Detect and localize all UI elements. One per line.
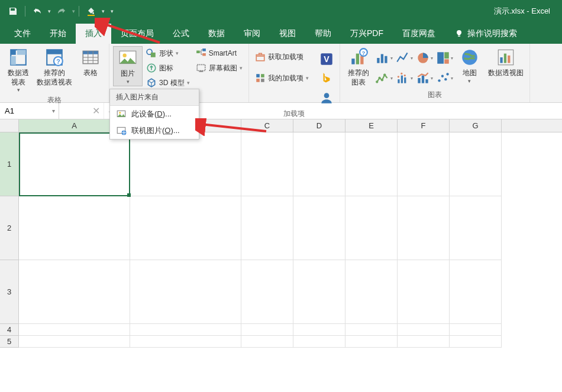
line-chart-button[interactable]: ▾ xyxy=(395,48,414,67)
cell[interactable] xyxy=(241,132,293,196)
cell[interactable] xyxy=(345,336,398,348)
cell[interactable] xyxy=(345,196,398,260)
cell[interactable] xyxy=(19,260,130,324)
recommended-pivot-button[interactable]: ? 推荐的 数据透视表 xyxy=(34,46,75,88)
cell[interactable] xyxy=(450,260,502,324)
recommended-charts-button[interactable]: ? 推荐的 图表 xyxy=(344,46,373,88)
3d-model-button[interactable]: 3D 模型 ▾ xyxy=(144,76,192,90)
cell[interactable] xyxy=(398,324,450,336)
cell[interactable] xyxy=(450,132,502,196)
cell[interactable] xyxy=(450,196,502,260)
cell[interactable] xyxy=(19,324,130,336)
save-button[interactable] xyxy=(5,3,21,20)
picture-button[interactable]: 图片 ▾ xyxy=(113,46,143,86)
my-addins-button[interactable]: 我的加载项 ▾ xyxy=(253,71,311,85)
cell[interactable] xyxy=(19,196,130,260)
cell[interactable] xyxy=(345,324,398,336)
cell[interactable] xyxy=(241,260,293,324)
tab-file[interactable]: 文件 xyxy=(5,24,40,44)
scatter-chart-button[interactable]: ▾ xyxy=(435,69,454,88)
undo-caret[interactable]: ▾ xyxy=(48,8,51,14)
name-box-caret[interactable]: ▾ xyxy=(52,108,55,114)
tab-home[interactable]: 开始 xyxy=(40,24,76,44)
tab-baidu[interactable]: 百度网盘 xyxy=(393,24,445,44)
name-box[interactable]: A1 ▾ xyxy=(0,103,59,119)
cell[interactable] xyxy=(130,196,241,260)
cell[interactable] xyxy=(293,336,345,348)
combo-chart-button[interactable]: ▾ xyxy=(415,69,434,88)
cell[interactable] xyxy=(398,336,450,348)
fill-color-button[interactable] xyxy=(83,3,99,20)
qat-customize-caret[interactable]: ▾ xyxy=(111,8,114,14)
maps-button[interactable]: 地图 ▾ xyxy=(455,46,485,85)
cell[interactable] xyxy=(130,132,241,196)
tab-review[interactable]: 审阅 xyxy=(234,24,270,44)
cell[interactable] xyxy=(398,196,450,260)
column-chart-button[interactable]: ▾ xyxy=(374,48,393,67)
3d-model-icon xyxy=(146,77,157,88)
visio-addin-button[interactable]: V xyxy=(317,50,336,69)
pie-chart-button[interactable]: ▾ xyxy=(415,48,434,67)
cell[interactable] xyxy=(450,324,502,336)
cell[interactable] xyxy=(450,336,502,348)
people-addin-button[interactable] xyxy=(317,89,336,108)
statistic-chart-button[interactable]: ▾ xyxy=(395,69,414,88)
cell[interactable] xyxy=(345,260,398,324)
row-header[interactable]: 1 xyxy=(0,132,19,196)
icons-button[interactable]: 图标 xyxy=(144,61,192,75)
cell[interactable] xyxy=(293,132,345,196)
cell[interactable] xyxy=(345,132,398,196)
svg-point-57 xyxy=(400,73,402,74)
cell[interactable] xyxy=(241,336,293,348)
row-header[interactable]: 4 xyxy=(0,324,19,336)
cell[interactable] xyxy=(19,336,130,348)
column-header[interactable]: D xyxy=(293,119,345,132)
tab-data[interactable]: 数据 xyxy=(199,24,234,44)
cell[interactable] xyxy=(293,196,345,260)
tab-formula[interactable]: 公式 xyxy=(163,24,199,44)
svg-point-36 xyxy=(324,93,329,98)
table-button[interactable]: 表格 xyxy=(76,46,105,79)
tab-view[interactable]: 视图 xyxy=(270,24,305,44)
svg-rect-18 xyxy=(151,53,156,57)
svg-rect-48 xyxy=(444,59,449,64)
dropdown-this-device[interactable]: 此设备(D)... xyxy=(110,106,199,122)
cell[interactable] xyxy=(293,260,345,324)
cell[interactable] xyxy=(293,324,345,336)
redo-button[interactable] xyxy=(53,3,70,20)
svg-rect-54 xyxy=(400,76,402,83)
fill-caret[interactable]: ▾ xyxy=(102,8,105,14)
hierarchy-chart-button[interactable]: ▾ xyxy=(374,69,393,88)
treemap-chart-button[interactable]: ▾ xyxy=(435,48,454,67)
row-header[interactable]: 3 xyxy=(0,260,19,324)
screenshot-button[interactable]: 屏幕截图 ▾ xyxy=(193,61,245,75)
smartart-button[interactable]: SmartArt xyxy=(193,46,245,60)
pivot-table-button[interactable]: 数据透 视表 ▾ xyxy=(4,46,33,94)
dropdown-online-pictures[interactable]: 联机图片(O)... xyxy=(110,122,199,139)
cell[interactable] xyxy=(241,324,293,336)
cell[interactable] xyxy=(398,260,450,324)
tab-help[interactable]: 帮助 xyxy=(305,24,341,44)
group-tables: 数据透 视表 ▾ ? 推荐的 数据透视表 表格 表格 xyxy=(0,44,109,102)
cell[interactable] xyxy=(130,260,241,324)
ribbon-tabs: 文件 开始 插入 页面布局 公式 数据 审阅 视图 帮助 万兴PDF 百度网盘 … xyxy=(0,22,562,44)
pivot-chart-button[interactable]: 数据透视图 xyxy=(486,46,526,79)
get-addins-button[interactable]: 获取加载项 xyxy=(253,50,311,64)
tell-me-search[interactable]: 操作说明搜索 xyxy=(445,24,527,44)
cell[interactable] xyxy=(241,196,293,260)
column-header[interactable]: E xyxy=(345,119,398,132)
column-header[interactable]: G xyxy=(450,119,502,132)
row-header[interactable]: 5 xyxy=(0,336,19,348)
select-all-corner[interactable] xyxy=(0,119,19,132)
bing-addin-button[interactable] xyxy=(317,69,336,88)
undo-button[interactable] xyxy=(29,3,46,20)
cell[interactable] xyxy=(130,324,241,336)
column-header[interactable]: F xyxy=(398,119,450,132)
row-header[interactable]: 2 xyxy=(0,196,19,260)
shapes-button[interactable]: 形状 ▾ xyxy=(144,46,192,60)
cell[interactable] xyxy=(19,132,130,196)
cell[interactable] xyxy=(398,132,450,196)
cell[interactable] xyxy=(130,336,241,348)
redo-caret[interactable]: ▾ xyxy=(72,8,75,14)
tab-wanxing-pdf[interactable]: 万兴PDF xyxy=(341,24,393,44)
